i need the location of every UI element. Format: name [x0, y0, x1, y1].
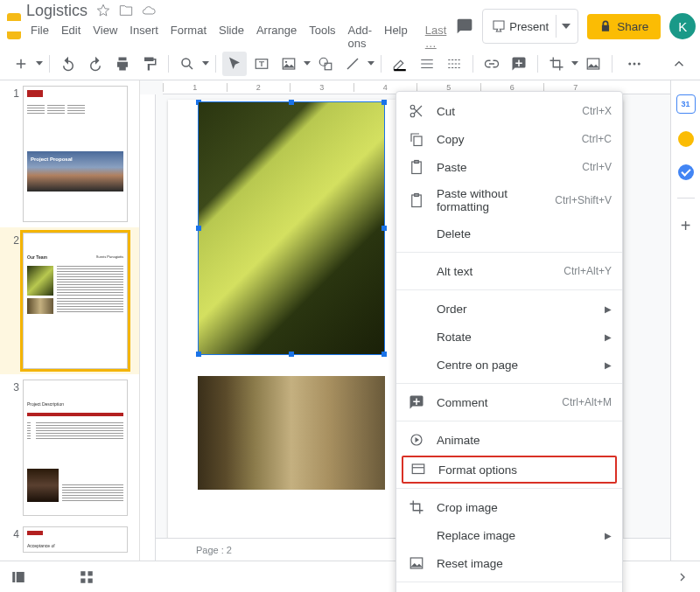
border-dash-button[interactable] — [442, 52, 466, 76]
slide-filmstrip[interactable]: 1 Project Proposal 2 — [0, 80, 140, 561]
line-tool[interactable] — [340, 52, 365, 76]
submenu-arrow-icon: ▶ — [605, 304, 612, 314]
svg-point-10 — [638, 62, 640, 65]
menu-view[interactable]: View — [88, 22, 122, 52]
slide-thumbnail-3[interactable]: Project Description — [23, 380, 128, 516]
share-button[interactable]: Share — [587, 14, 661, 39]
ctx-centre[interactable]: Centre on page ▶ — [396, 351, 622, 379]
ctx-comment-shortcut: Ctrl+Alt+M — [562, 396, 612, 408]
ctx-animate[interactable]: Animate — [396, 426, 622, 454]
ctx-paste-nf-label: Paste without formatting — [437, 187, 542, 213]
paste-icon — [409, 159, 424, 175]
filmstrip-view-icon[interactable] — [10, 569, 26, 585]
ctx-comment[interactable]: Comment Ctrl+Alt+M — [396, 388, 622, 416]
menu-edit[interactable]: Edit — [57, 22, 85, 52]
menu-arrange[interactable]: Arrange — [252, 22, 301, 52]
toolbar-more-button[interactable] — [622, 52, 647, 76]
ctx-centre-label: Centre on page — [437, 359, 518, 372]
document-title[interactable]: Logistics — [26, 2, 88, 20]
menu-help[interactable]: Help — [380, 22, 412, 52]
ctx-add-theme[interactable]: Add to theme ▶ — [396, 587, 622, 592]
cloud-status-icon[interactable] — [142, 3, 156, 17]
calendar-addon-icon[interactable]: 31 — [676, 94, 696, 114]
ctx-cut[interactable]: Cut Ctrl+X — [396, 97, 622, 125]
line-caret[interactable] — [368, 61, 374, 66]
ctx-delete[interactable]: Delete — [396, 219, 622, 247]
slide-thumbnail-2[interactable]: Our Team Sunris Panagiotis — [23, 233, 128, 369]
border-weight-button[interactable] — [415, 52, 439, 76]
menu-insert[interactable]: Insert — [125, 22, 163, 52]
move-folder-icon[interactable] — [119, 3, 133, 17]
svg-point-3 — [285, 60, 287, 62]
undo-button[interactable] — [56, 52, 80, 76]
image-tool[interactable] — [276, 52, 301, 76]
slide-number: 3 — [5, 380, 19, 516]
zoom-button[interactable] — [175, 52, 200, 76]
ctx-rotate-label: Rotate — [437, 331, 472, 344]
shape-tool[interactable] — [313, 52, 338, 76]
ctx-paste-no-format[interactable]: Paste without formatting Ctrl+Shift+V — [396, 181, 622, 219]
toolbar-collapse-button[interactable] — [667, 52, 691, 76]
crop-button[interactable] — [544, 52, 569, 76]
insert-link-button[interactable] — [480, 52, 504, 76]
account-avatar[interactable]: K — [669, 13, 696, 39]
redo-button[interactable] — [83, 52, 108, 76]
keep-addon-icon[interactable] — [678, 131, 694, 147]
vertical-ruler[interactable] — [140, 94, 156, 561]
share-label: Share — [617, 20, 648, 33]
ctx-paste-nf-shortcut: Ctrl+Shift+V — [555, 194, 612, 206]
side-panel-toggle-icon[interactable] — [676, 570, 690, 584]
border-color-button[interactable] — [388, 52, 412, 76]
ctx-order[interactable]: Order ▶ — [396, 295, 622, 323]
mask-caret[interactable] — [571, 61, 578, 66]
copy-icon — [409, 131, 424, 147]
svg-point-9 — [634, 62, 636, 65]
app-header: Logistics File Edit View Insert Format S… — [0, 0, 700, 47]
select-tool[interactable] — [222, 52, 247, 76]
ctx-copy[interactable]: Copy Ctrl+C — [396, 125, 622, 153]
present-button[interactable]: Present — [482, 9, 578, 44]
menu-format[interactable]: Format — [166, 22, 211, 52]
svg-rect-14 — [88, 571, 93, 575]
selected-image[interactable] — [198, 101, 385, 355]
ctx-crop-label: Crop image — [437, 501, 498, 514]
menu-addons[interactable]: Add-ons — [344, 22, 376, 52]
last-edit-link[interactable]: Last … — [421, 22, 452, 52]
ctx-replace-image[interactable]: Replace image ▶ — [396, 521, 622, 549]
slide-number: 4 — [5, 526, 19, 553]
tasks-addon-icon[interactable] — [678, 164, 694, 180]
slide-number: 2 — [5, 233, 19, 369]
print-button[interactable] — [110, 52, 135, 76]
menu-file[interactable]: File — [26, 22, 53, 52]
new-slide-caret[interactable] — [36, 61, 43, 66]
ctx-crop-image[interactable]: Crop image — [396, 493, 622, 521]
image-caret[interactable] — [304, 61, 311, 66]
ctx-paste[interactable]: Paste Ctrl+V — [396, 153, 622, 181]
svg-rect-15 — [80, 578, 85, 582]
ctx-format-options[interactable]: Format options — [402, 456, 617, 484]
ctx-alt-text[interactable]: Alt text Ctrl+Alt+Y — [396, 257, 622, 285]
present-options-caret[interactable] — [556, 15, 576, 38]
insert-comment-button[interactable] — [507, 52, 531, 76]
slide-thumbnail-1[interactable]: Project Proposal — [23, 86, 128, 222]
secondary-image[interactable] — [198, 376, 385, 490]
blank-icon — [409, 263, 424, 279]
ctx-paste-shortcut: Ctrl+V — [582, 161, 612, 173]
get-addons-button[interactable]: + — [681, 216, 691, 236]
ctx-rotate[interactable]: Rotate ▶ — [396, 323, 622, 351]
ctx-reset-image[interactable]: Reset image — [396, 549, 622, 577]
slide-thumbnail-4[interactable]: Acceptance of — [23, 526, 128, 553]
menu-tools[interactable]: Tools — [304, 22, 340, 52]
textbox-tool[interactable] — [249, 52, 274, 76]
svg-rect-16 — [88, 578, 93, 582]
reset-image-button[interactable] — [581, 52, 606, 76]
slides-logo[interactable] — [7, 13, 21, 39]
zoom-caret[interactable] — [202, 61, 209, 66]
paint-format-button[interactable] — [137, 52, 162, 76]
grid-view-icon[interactable] — [79, 569, 94, 585]
menu-slide[interactable]: Slide — [214, 22, 248, 52]
star-icon[interactable] — [96, 3, 110, 17]
svg-rect-19 — [414, 136, 422, 146]
new-slide-button[interactable] — [9, 52, 33, 76]
open-comments-icon[interactable] — [456, 17, 473, 35]
